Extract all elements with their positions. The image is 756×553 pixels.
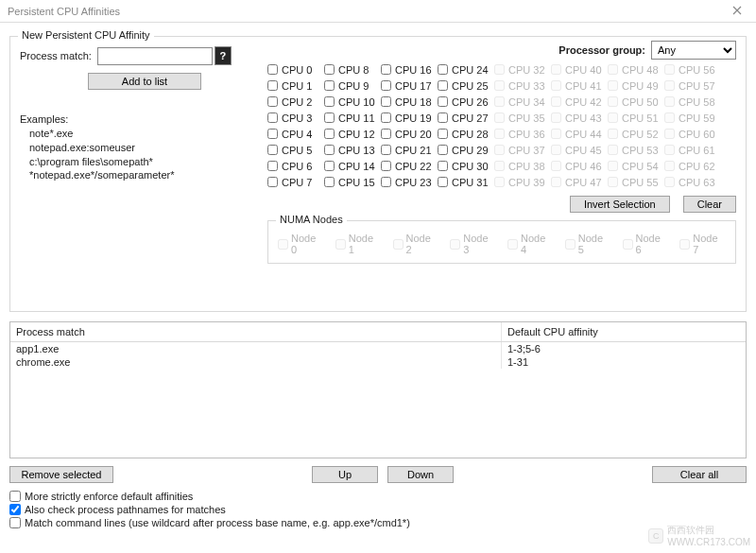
down-button[interactable]: Down: [387, 466, 454, 483]
cpu-checkbox-18[interactable]: CPU 18: [381, 94, 438, 110]
help-icon[interactable]: ?: [215, 46, 232, 65]
add-to-list-button[interactable]: Add to list: [88, 73, 201, 90]
cpu-checkbox-20[interactable]: CPU 20: [381, 126, 438, 142]
cpu-checkbox-27[interactable]: CPU 27: [438, 110, 494, 126]
cpu-checkbox-input-0[interactable]: [267, 64, 278, 75]
cpu-checkbox-input-31[interactable]: [438, 177, 448, 187]
cpu-checkbox-input-1[interactable]: [267, 80, 278, 91]
process-match-input[interactable]: [97, 47, 213, 65]
cpu-checkbox-28[interactable]: CPU 28: [438, 126, 494, 142]
cpu-checkbox-input-43: [551, 112, 561, 123]
cpu-checkbox-input-6[interactable]: [267, 161, 278, 171]
cpu-checkbox-7[interactable]: CPU 7: [267, 174, 324, 190]
cpu-checkbox-32: CPU 32: [494, 61, 551, 78]
table-header-process-match[interactable]: Process match: [10, 322, 502, 341]
cpu-checkbox-input-13[interactable]: [324, 145, 335, 155]
cpu-checkbox-26[interactable]: CPU 26: [438, 94, 494, 110]
numa-node-label: Node 6: [636, 233, 669, 255]
cpu-label: CPU 7: [282, 177, 312, 188]
cell-affinity: 1-31: [502, 355, 746, 369]
cpu-checkbox-21[interactable]: CPU 21: [381, 142, 438, 158]
numa-node-checkbox-7: Node 7: [679, 233, 726, 255]
cpu-label: CPU 40: [565, 64, 602, 76]
cpu-checkbox-input-4[interactable]: [267, 129, 278, 139]
cpu-checkbox-input-7[interactable]: [267, 177, 278, 187]
cpu-checkbox-30[interactable]: CPU 30: [438, 158, 494, 174]
cpu-checkbox-input-18[interactable]: [381, 96, 391, 107]
processor-group-select[interactable]: Any: [651, 41, 736, 60]
strict-enforce-checkbox[interactable]: [9, 491, 21, 502]
cpu-checkbox-input-10[interactable]: [324, 96, 335, 107]
clear-button[interactable]: Clear: [683, 196, 736, 213]
cpu-checkbox-input-12[interactable]: [324, 129, 335, 139]
cpu-checkbox-input-9[interactable]: [324, 80, 335, 91]
cpu-checkbox-22[interactable]: CPU 22: [381, 158, 438, 174]
cpu-checkbox-input-5[interactable]: [267, 145, 278, 155]
cpu-checkbox-9[interactable]: CPU 9: [324, 78, 381, 94]
cpu-checkbox-23[interactable]: CPU 23: [381, 174, 438, 190]
cpu-checkbox-input-25[interactable]: [438, 80, 448, 91]
remove-selected-button[interactable]: Remove selected: [9, 466, 113, 483]
cpu-checkbox-10[interactable]: CPU 10: [324, 94, 381, 110]
cpu-checkbox-0[interactable]: CPU 0: [267, 61, 324, 78]
cpu-checkbox-11[interactable]: CPU 11: [324, 110, 381, 126]
cpu-checkbox-input-24[interactable]: [438, 64, 448, 75]
cpu-checkbox-4[interactable]: CPU 4: [267, 126, 324, 142]
cpu-checkbox-input-29[interactable]: [438, 145, 448, 155]
cpu-label: CPU 58: [679, 96, 715, 108]
cpu-checkbox-input-27[interactable]: [438, 112, 448, 123]
cpu-checkbox-input-8[interactable]: [324, 64, 335, 75]
cpu-checkbox-input-14[interactable]: [324, 161, 335, 171]
cpu-checkbox-17[interactable]: CPU 17: [381, 78, 438, 94]
cpu-checkbox-16[interactable]: CPU 16: [381, 61, 438, 78]
numa-group: NUMA Nodes Node 0Node 1Node 2Node 3Node …: [267, 220, 736, 264]
cpu-checkbox-input-11[interactable]: [324, 112, 335, 123]
cpu-checkbox-input-16[interactable]: [381, 64, 391, 75]
table-header-affinity[interactable]: Default CPU affinity: [502, 322, 746, 341]
cpu-checkbox-input-2[interactable]: [267, 96, 278, 107]
cpu-checkbox-input-28[interactable]: [438, 129, 448, 139]
cpu-checkbox-input-26[interactable]: [438, 96, 448, 107]
cpu-checkbox-24[interactable]: CPU 24: [438, 61, 494, 78]
cpu-checkbox-31[interactable]: CPU 31: [438, 174, 494, 190]
cpu-checkbox-25[interactable]: CPU 25: [438, 78, 494, 94]
invert-selection-button[interactable]: Invert Selection: [570, 196, 670, 213]
cpu-checkbox-12[interactable]: CPU 12: [324, 126, 381, 142]
cpu-checkbox-input-17[interactable]: [381, 80, 391, 91]
match-cmdlines-checkbox[interactable]: [9, 517, 21, 528]
cpu-checkbox-8[interactable]: CPU 8: [324, 61, 381, 78]
cpu-checkbox-input-56: [664, 64, 675, 75]
cpu-checkbox-15[interactable]: CPU 15: [324, 174, 381, 190]
cpu-label: CPU 12: [338, 129, 375, 140]
cpu-checkbox-37: CPU 37: [494, 142, 551, 158]
cpu-checkbox-3[interactable]: CPU 3: [267, 110, 324, 126]
cpu-checkbox-input-20[interactable]: [381, 129, 391, 139]
cpu-checkbox-1[interactable]: CPU 1: [267, 78, 324, 94]
cpu-checkbox-input-23[interactable]: [381, 177, 391, 187]
check-pathnames-checkbox[interactable]: [9, 504, 21, 515]
cpu-checkbox-input-15[interactable]: [324, 177, 335, 187]
close-icon[interactable]: [726, 6, 748, 17]
cpu-checkbox-input-30[interactable]: [438, 161, 448, 171]
cpu-checkbox-input-22[interactable]: [381, 161, 391, 171]
cpu-checkbox-39: CPU 39: [494, 174, 551, 190]
cpu-checkbox-19[interactable]: CPU 19: [381, 110, 438, 126]
cpu-checkbox-13[interactable]: CPU 13: [324, 142, 381, 158]
cpu-checkbox-6[interactable]: CPU 6: [267, 158, 324, 174]
cpu-checkbox-input-19[interactable]: [381, 112, 391, 123]
cpu-checkbox-5[interactable]: CPU 5: [267, 142, 324, 158]
cpu-checkbox-input-21[interactable]: [381, 145, 391, 155]
match-cmdlines-checkbox-row[interactable]: Match command lines (use wildcard after …: [9, 517, 747, 528]
up-button[interactable]: Up: [312, 466, 378, 483]
check-pathnames-checkbox-row[interactable]: Also check process pathnames for matches: [9, 504, 747, 515]
clear-all-button[interactable]: Clear all: [652, 466, 747, 483]
cpu-checkbox-29[interactable]: CPU 29: [438, 142, 494, 158]
table-row[interactable]: chrome.exe1-31: [10, 355, 746, 369]
cpu-checkbox-2[interactable]: CPU 2: [267, 94, 324, 110]
cpu-checkbox-input-3[interactable]: [267, 112, 278, 123]
cpu-checkbox-52: CPU 52: [608, 126, 664, 142]
numa-node-label: Node 1: [349, 233, 382, 255]
cpu-checkbox-14[interactable]: CPU 14: [324, 158, 381, 174]
strict-enforce-checkbox-row[interactable]: More strictly enforce default affinities: [9, 491, 747, 502]
table-row[interactable]: app1.exe1-3;5-6: [10, 342, 746, 355]
